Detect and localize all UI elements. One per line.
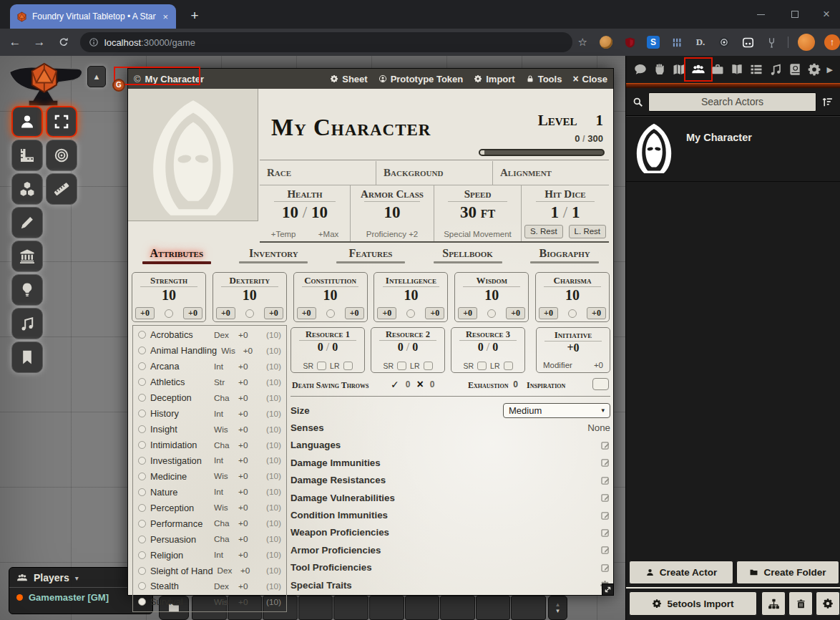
skill-name[interactable]: Survival <box>150 596 210 607</box>
death-save-failures[interactable]: 0 <box>430 379 435 389</box>
proficiency-radio[interactable] <box>487 309 496 318</box>
tool-measure-controls[interactable] <box>11 140 43 171</box>
camera-icon[interactable] <box>717 35 731 49</box>
sidebar-tab-tables[interactable] <box>749 62 763 77</box>
hotbar-slot[interactable] <box>511 596 546 620</box>
skill-proficiency-radio[interactable] <box>138 520 146 528</box>
lr-checkbox[interactable] <box>504 362 513 370</box>
skill-name[interactable]: Investigation <box>150 455 210 466</box>
exhaustion-value[interactable]: 0 <box>502 379 518 389</box>
fivetools-import-button[interactable]: 5etools Import <box>629 591 757 616</box>
ability-save[interactable]: +0 <box>458 307 477 319</box>
tool-wall-controls[interactable] <box>11 241 43 272</box>
ability-score[interactable]: 10 <box>455 287 528 304</box>
tool-token-controls[interactable] <box>11 106 43 137</box>
hotbar-slot[interactable] <box>476 596 511 620</box>
close-window-button[interactable]: ×Close <box>572 73 607 84</box>
edit-icon[interactable] <box>600 440 610 450</box>
sidebar-tab-actors[interactable] <box>684 57 713 82</box>
ability-label[interactable]: Dexterity <box>213 275 286 286</box>
ability-save[interactable]: +0 <box>377 307 396 319</box>
resource-label[interactable]: Resource 2 <box>371 329 444 340</box>
tool-lighting-controls[interactable] <box>11 274 43 306</box>
tab-biography[interactable]: Biography <box>530 247 599 263</box>
hotbar-page-control[interactable]: ▴ ▾ <box>548 596 567 620</box>
character-name[interactable]: My Character <box>271 115 431 141</box>
skill-row[interactable]: Sleight of Hand Dex +0 (10) <box>133 563 286 578</box>
tool-tile-controls[interactable] <box>11 173 43 205</box>
ability-label[interactable]: Wisdom <box>455 275 528 286</box>
skill-row[interactable]: Insight Wis +0 (10) <box>133 422 286 437</box>
ability-mod[interactable]: +0 <box>587 307 606 319</box>
create-actor-button[interactable]: Create Actor <box>629 561 733 584</box>
skill-name[interactable]: Medicine <box>150 471 210 482</box>
actor-avatar[interactable] <box>632 120 676 178</box>
profile-avatar[interactable] <box>798 34 815 51</box>
tool-drawing-controls[interactable] <box>11 207 43 238</box>
tool-journal-notes[interactable] <box>11 342 43 373</box>
tab-features[interactable]: Features <box>336 247 405 263</box>
resource-label[interactable]: Resource 3 <box>451 329 524 340</box>
modifier-value[interactable]: +0 <box>594 361 603 369</box>
skill-proficiency-radio[interactable] <box>138 347 146 354</box>
sr-checkbox[interactable] <box>397 362 406 370</box>
tab-spellbook[interactable]: Spellbook <box>434 247 502 263</box>
skill-name[interactable]: Sleight of Hand <box>150 566 213 576</box>
folder-tree-button[interactable] <box>761 591 786 616</box>
hotbar-slot[interactable] <box>405 596 440 620</box>
skill-proficiency-radio[interactable] <box>138 362 146 370</box>
skill-row[interactable]: History Int +0 (10) <box>133 406 286 422</box>
ability-score[interactable]: 10 <box>213 287 286 304</box>
darkreader-icon[interactable]: D. <box>693 35 708 49</box>
reload-button[interactable] <box>54 37 73 48</box>
ability-label[interactable]: Charisma <box>536 275 609 286</box>
ability-mod[interactable]: +0 <box>183 307 202 319</box>
skill-proficiency-radio[interactable] <box>138 567 146 575</box>
edit-icon[interactable] <box>600 493 610 503</box>
page-down-icon[interactable]: ▾ <box>556 608 560 614</box>
skill-name[interactable]: Nature <box>150 487 210 498</box>
new-tab-button[interactable]: + <box>185 6 205 26</box>
lr-checkbox[interactable] <box>424 362 433 370</box>
character-portrait[interactable] <box>128 89 258 221</box>
prototype-token-button[interactable]: Prototype Token <box>379 74 464 84</box>
tab-close-icon[interactable]: × <box>161 11 170 22</box>
size-select[interactable]: Medium ▾ <box>503 403 610 418</box>
skill-name[interactable]: Arcana <box>150 361 210 372</box>
skill-row[interactable]: Acrobatics Dex +0 (10) <box>133 327 286 343</box>
skill-proficiency-radio[interactable] <box>138 473 146 480</box>
skill-proficiency-radio[interactable] <box>138 425 146 433</box>
skill-proficiency-radio[interactable] <box>138 394 146 402</box>
skill-row[interactable]: Medicine Wis +0 (10) <box>133 468 286 484</box>
tool-measure-distance[interactable] <box>46 173 77 205</box>
race-field[interactable]: Race <box>260 161 376 185</box>
bookmark-star-icon[interactable]: ☆ <box>578 36 587 49</box>
sidebar-tab-journal[interactable] <box>730 62 744 77</box>
skill-row[interactable]: Deception Cha +0 (10) <box>133 390 286 406</box>
skill-name[interactable]: Animal Handling <box>150 345 217 356</box>
skill-name[interactable]: History <box>150 408 210 419</box>
skill-row[interactable]: Arcana Int +0 (10) <box>133 359 286 374</box>
edit-icon[interactable] <box>600 563 610 573</box>
ability-label[interactable]: Intelligence <box>374 275 447 286</box>
skill-row[interactable]: Persuasion Cha +0 (10) <box>133 531 286 547</box>
ability-mod[interactable]: +0 <box>425 307 444 319</box>
skill-row[interactable]: Investigation Int +0 (10) <box>133 453 286 469</box>
proficiency-radio[interactable] <box>165 309 173 318</box>
cross-icon[interactable]: × <box>416 379 423 389</box>
ability-score[interactable]: 10 <box>132 287 205 304</box>
skill-row[interactable]: Performance Cha +0 (10) <box>133 515 286 531</box>
alignment-field[interactable]: Alignment <box>492 161 609 185</box>
session-icon[interactable]: S <box>646 35 660 49</box>
skill-name[interactable]: Persuasion <box>150 534 210 545</box>
tool-target-tokens[interactable] <box>46 140 77 171</box>
ability-score[interactable]: 10 <box>294 287 367 304</box>
skill-name[interactable]: Deception <box>150 392 210 403</box>
actor-name[interactable]: My Character <box>686 132 752 143</box>
sort-button[interactable] <box>821 96 834 108</box>
hotbar-slot[interactable] <box>440 596 475 620</box>
short-rest-button[interactable]: S. Rest <box>524 225 563 238</box>
sidebar-tab-compendium[interactable] <box>788 62 802 77</box>
window-minimize-button[interactable] <box>750 6 771 23</box>
import-button[interactable]: Import <box>474 74 514 84</box>
